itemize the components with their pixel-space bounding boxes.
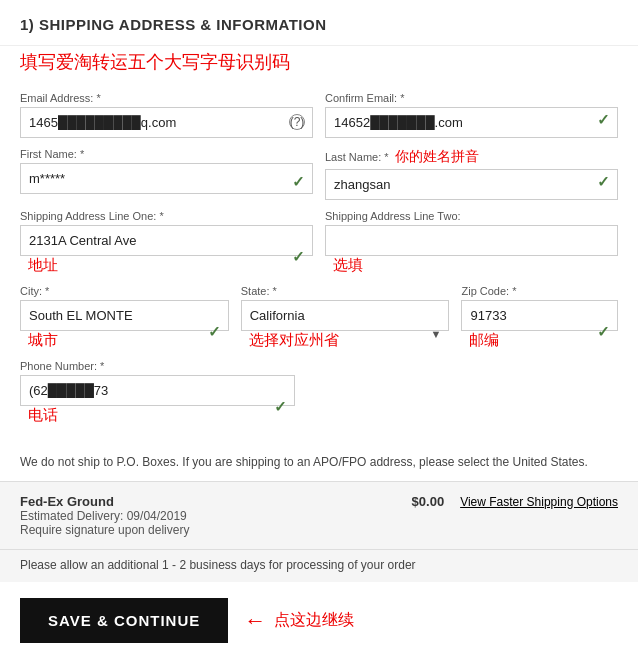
phone-annotation: 电话 — [28, 406, 58, 425]
address2-label: Shipping Address Line Two: — [325, 210, 618, 222]
shipping-method: Fed-Ex Ground — [20, 494, 189, 509]
shipping-price: $0.00 — [412, 494, 445, 509]
address2-input[interactable] — [325, 225, 618, 256]
state-annotation: 选择对应州省 — [249, 331, 339, 350]
lastname-check-icon: ✓ — [597, 173, 610, 191]
lastname-input[interactable] — [325, 169, 618, 200]
address2-annotation: 选填 — [333, 256, 363, 275]
firstname-group: First Name: * ✓ — [20, 148, 313, 200]
address1-check-icon: ✓ — [292, 248, 305, 266]
question-icon[interactable]: (?) — [289, 114, 305, 130]
state-label: State: * — [241, 285, 450, 297]
lastname-label: Last Name: * 你的姓名拼音 — [325, 148, 618, 166]
zip-group: Zip Code: * ✓ 邮编 — [461, 285, 618, 350]
address1-label: Shipping Address Line One: * — [20, 210, 313, 222]
city-check-icon: ✓ — [208, 323, 221, 341]
lastname-group: Last Name: * 你的姓名拼音 ✓ — [325, 148, 618, 200]
lastname-annotation: 你的姓名拼音 — [395, 148, 479, 166]
zip-input[interactable] — [461, 300, 618, 331]
continue-annotation: ← 点这边继续 — [244, 608, 354, 634]
arrow-left-icon: ← — [244, 608, 266, 634]
annotation-top: 填写爱淘转运五个大写字母识别码 — [0, 46, 638, 78]
address2-group: Shipping Address Line Two: 选填 — [325, 210, 618, 275]
view-faster-shipping-link[interactable]: View Faster Shipping Options — [460, 495, 618, 509]
firstname-input[interactable] — [20, 163, 313, 194]
shipping-delivery: Estimated Delivery: 09/04/2019 — [20, 509, 189, 523]
save-continue-area: SAVE & CONTINUE ← 点这边继续 — [0, 582, 638, 659]
confirm-email-check-icon: ✓ — [597, 111, 610, 129]
firstname-check-icon: ✓ — [292, 173, 305, 191]
phone-check-icon: ✓ — [274, 398, 287, 416]
email-label: Email Address: * — [20, 92, 313, 104]
shipping-section: Fed-Ex Ground Estimated Delivery: 09/04/… — [0, 481, 638, 550]
email-input[interactable] — [20, 107, 313, 138]
confirm-email-label: Confirm Email: * — [325, 92, 618, 104]
city-input[interactable] — [20, 300, 229, 331]
address1-group: Shipping Address Line One: * ✓ 地址 — [20, 210, 313, 275]
state-group: State: * California ▼ 选择对应州省 — [241, 285, 450, 350]
save-continue-button[interactable]: SAVE & CONTINUE — [20, 598, 228, 643]
confirm-email-input[interactable] — [325, 107, 618, 138]
zip-check-icon: ✓ — [597, 323, 610, 341]
email-group: Email Address: * (?) — [20, 92, 313, 138]
state-select[interactable]: California — [241, 300, 450, 331]
confirm-email-group: Confirm Email: * ✓ — [325, 92, 618, 138]
section-title: 1) SHIPPING ADDRESS & INFORMATION — [0, 0, 638, 46]
address-annotation: 地址 — [28, 256, 58, 275]
shipping-signature: Require signature upon delivery — [20, 523, 189, 537]
continue-annotation-text: 点这边继续 — [274, 610, 354, 631]
address1-input[interactable] — [20, 225, 313, 256]
city-label: City: * — [20, 285, 229, 297]
phone-label: Phone Number: * — [20, 360, 295, 372]
zip-label: Zip Code: * — [461, 285, 618, 297]
firstname-label: First Name: * — [20, 148, 313, 160]
shipping-price-link: $0.00 View Faster Shipping Options — [396, 494, 618, 509]
phone-group: Phone Number: * ✓ 电话 — [20, 360, 295, 425]
city-group: City: * ✓ 城市 — [20, 285, 229, 350]
phone-input[interactable] — [20, 375, 295, 406]
shipping-info: Fed-Ex Ground Estimated Delivery: 09/04/… — [20, 494, 189, 537]
city-annotation: 城市 — [28, 331, 58, 350]
zip-annotation: 邮编 — [469, 331, 499, 350]
po-box-note: We do not ship to P.O. Boxes. If you are… — [0, 445, 638, 481]
processing-note: Please allow an additional 1 - 2 busines… — [0, 550, 638, 582]
